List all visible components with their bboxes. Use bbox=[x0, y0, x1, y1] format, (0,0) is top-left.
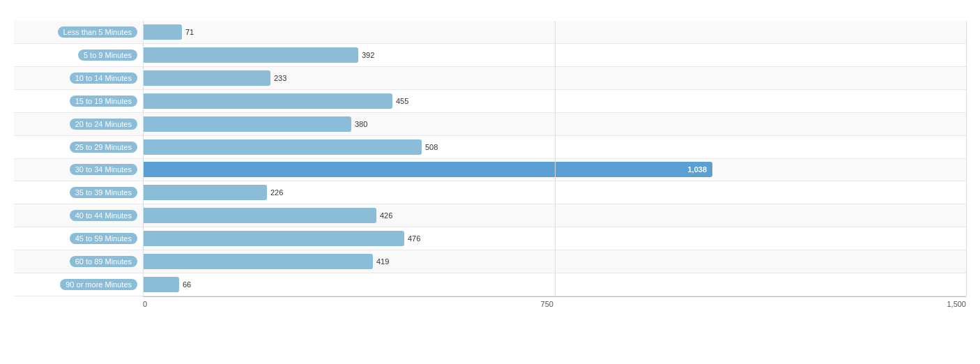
bar-label: 5 to 9 Minutes bbox=[14, 50, 143, 61]
bar-fill: 455 bbox=[143, 93, 392, 109]
bar-row: 25 to 29 Minutes508 bbox=[14, 136, 966, 159]
bar-label: Less than 5 Minutes bbox=[14, 26, 143, 38]
bar-value-label: 419 bbox=[376, 257, 389, 266]
bar-label: 25 to 29 Minutes bbox=[14, 142, 143, 153]
bar-wrapper: 71 bbox=[143, 21, 966, 43]
bars-section: Less than 5 Minutes715 to 9 Minutes39210… bbox=[14, 21, 966, 296]
bar-value-label: 426 bbox=[380, 211, 392, 220]
chart-container: Less than 5 Minutes715 to 9 Minutes39210… bbox=[0, 0, 980, 364]
bar-fill: 226 bbox=[143, 185, 267, 200]
bar-fill: 508 bbox=[143, 139, 422, 155]
bar-fill: 392 bbox=[143, 47, 358, 63]
bar-wrapper: 508 bbox=[143, 136, 966, 158]
bar-fill: 1,038 bbox=[143, 162, 712, 177]
bar-wrapper: 455 bbox=[143, 90, 966, 112]
bar-wrapper: 380 bbox=[143, 113, 966, 135]
bar-wrapper: 66 bbox=[143, 273, 966, 296]
bar-value-label: 71 bbox=[185, 28, 194, 36]
bar-fill: 71 bbox=[143, 24, 182, 40]
bar-value-label: 392 bbox=[362, 51, 374, 59]
bar-label: 15 to 19 Minutes bbox=[14, 96, 143, 107]
bar-value-label: 226 bbox=[270, 188, 283, 197]
bar-value-label: 380 bbox=[355, 120, 367, 128]
bar-label: 30 to 34 Minutes bbox=[14, 164, 143, 175]
bar-value-label: 476 bbox=[408, 234, 420, 243]
bar-value-label: 1,038 bbox=[687, 165, 707, 174]
bar-wrapper: 226 bbox=[143, 181, 966, 204]
bar-wrapper: 426 bbox=[143, 204, 966, 227]
bar-row: 45 to 59 Minutes476 bbox=[14, 227, 966, 250]
bar-fill: 476 bbox=[143, 231, 404, 246]
bar-label: 40 to 44 Minutes bbox=[14, 210, 143, 221]
bar-wrapper: 233 bbox=[143, 67, 966, 89]
x-axis-label: 0 bbox=[143, 300, 147, 308]
bar-fill: 66 bbox=[143, 277, 179, 292]
bar-fill: 380 bbox=[143, 116, 351, 132]
bar-row: 15 to 19 Minutes455 bbox=[14, 90, 966, 113]
chart-area: Less than 5 Minutes715 to 9 Minutes39210… bbox=[14, 21, 966, 308]
bar-fill: 419 bbox=[143, 254, 373, 269]
x-axis-label: 750 bbox=[541, 300, 553, 308]
bar-row: 60 to 89 Minutes419 bbox=[14, 250, 966, 273]
bar-row: 20 to 24 Minutes380 bbox=[14, 113, 966, 136]
bar-wrapper: 476 bbox=[143, 227, 966, 250]
x-axis: 07501,500 bbox=[143, 296, 966, 308]
bar-value-label: 508 bbox=[425, 143, 438, 151]
bar-label: 45 to 59 Minutes bbox=[14, 233, 143, 244]
bar-fill: 426 bbox=[143, 208, 376, 223]
bar-fill: 233 bbox=[143, 70, 270, 86]
x-axis-label: 1,500 bbox=[947, 300, 966, 308]
bar-row: 35 to 39 Minutes226 bbox=[14, 181, 966, 204]
bar-row: 90 or more Minutes66 bbox=[14, 273, 966, 296]
bar-value-label: 66 bbox=[183, 280, 191, 289]
bar-wrapper: 1,038 bbox=[143, 159, 966, 181]
bar-label: 35 to 39 Minutes bbox=[14, 187, 143, 198]
bar-row: 10 to 14 Minutes233 bbox=[14, 67, 966, 90]
bar-label: 10 to 14 Minutes bbox=[14, 73, 143, 84]
bar-wrapper: 419 bbox=[143, 250, 966, 273]
grid-line bbox=[966, 21, 967, 296]
bar-row: Less than 5 Minutes71 bbox=[14, 21, 966, 44]
bar-row: 5 to 9 Minutes392 bbox=[14, 44, 966, 67]
bar-row: 30 to 34 Minutes1,038 bbox=[14, 159, 966, 182]
bar-value-label: 233 bbox=[274, 74, 286, 82]
bar-label: 60 to 89 Minutes bbox=[14, 256, 143, 267]
bar-value-label: 455 bbox=[396, 97, 408, 105]
bar-row: 40 to 44 Minutes426 bbox=[14, 204, 966, 227]
bar-wrapper: 392 bbox=[143, 44, 966, 66]
bar-label: 90 or more Minutes bbox=[14, 279, 143, 290]
bar-label: 20 to 24 Minutes bbox=[14, 119, 143, 130]
